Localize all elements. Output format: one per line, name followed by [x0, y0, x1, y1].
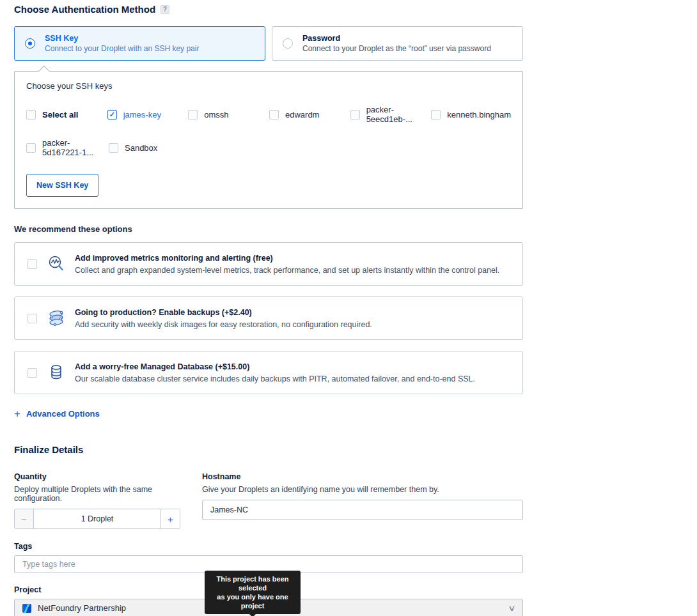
backups-icon	[45, 308, 67, 328]
auth-option-ssh-key[interactable]: SSH Key Connect to your Droplet with an …	[14, 26, 265, 61]
ssh-keys-panel: Choose your SSH keys Select all james-ke…	[14, 71, 523, 209]
ssh-keys-panel-title: Choose your SSH keys	[26, 81, 511, 91]
ssh-key-label: james-key	[123, 110, 161, 119]
option-description: Our scalable database cluster service in…	[75, 374, 475, 383]
option-title: Going to production? Enable backups (+$2…	[75, 308, 372, 317]
ssh-keys-row-1: Select all james-key omssh edwardm packe…	[26, 105, 511, 124]
quantity-value: 1 Droplet	[34, 509, 161, 528]
checkbox-icon[interactable]	[27, 314, 37, 323]
ssh-key-label: kenneth.bingham	[447, 110, 511, 119]
radio-selected-icon[interactable]	[25, 38, 35, 49]
ssh-key-checkbox-james-key[interactable]: james-key	[107, 105, 189, 124]
finalize-details-heading: Finalize Details	[14, 444, 523, 455]
project-tooltip: This project has been selected as you on…	[205, 571, 301, 614]
option-metrics-monitoring[interactable]: Add improved metrics monitoring and aler…	[14, 242, 523, 286]
project-block: This project has been selected as you on…	[14, 585, 523, 616]
chevron-down-icon: ∨	[508, 604, 515, 613]
checkbox-icon[interactable]	[269, 110, 279, 119]
increment-button[interactable]: +	[161, 509, 180, 528]
auth-option-password[interactable]: Password Connect to your Droplet as the …	[272, 26, 523, 61]
page-title: Choose Authentication Method	[14, 4, 155, 15]
hostname-label: Hostname	[202, 472, 523, 481]
auth-method-options: SSH Key Connect to your Droplet with an …	[14, 26, 523, 61]
ssh-key-checkbox-edwardm[interactable]: edwardm	[269, 105, 350, 124]
checkbox-icon[interactable]	[431, 110, 441, 119]
option-description: Add security with weekly disk images for…	[75, 320, 372, 329]
quantity-block: Quantity Deploy multiple Droplets with t…	[14, 472, 202, 529]
hostname-description: Give your Droplets an identifying name y…	[202, 485, 523, 494]
checkbox-icon[interactable]	[350, 110, 360, 119]
radio-unselected-icon[interactable]	[283, 38, 293, 49]
recommendations-heading: We recommend these options	[14, 224, 523, 234]
option-description: Collect and graph expanded system-level …	[75, 266, 499, 275]
advanced-options-toggle[interactable]: + Advanced Options	[14, 409, 523, 419]
checkbox-icon[interactable]	[27, 368, 37, 378]
tooltip-line-2: as you only have one project	[210, 592, 295, 610]
database-icon	[45, 364, 67, 381]
checkbox-icon[interactable]	[188, 110, 198, 119]
option-enable-backups[interactable]: Going to production? Enable backups (+$2…	[14, 296, 523, 340]
option-title: Add a worry-free Managed Database (+$15.…	[75, 362, 475, 371]
ssh-key-checkbox-sandbox[interactable]: Sandbox	[109, 138, 191, 157]
ssh-key-checkbox-packer-5d167221[interactable]: packer-5d167221-1...	[26, 138, 109, 157]
select-all-checkbox[interactable]: Select all	[26, 105, 107, 124]
advanced-options-label: Advanced Options	[26, 409, 100, 419]
ssh-key-checkbox-kenneth-bingham[interactable]: kenneth.bingham	[431, 105, 511, 124]
select-all-label: Select all	[42, 110, 78, 119]
checkbox-icon[interactable]	[109, 143, 118, 153]
help-icon[interactable]: ?	[161, 5, 169, 14]
hostname-block: Hostname Give your Droplets an identifyi…	[202, 472, 523, 529]
ssh-key-checkbox-packer-5eecd1eb[interactable]: packer-5eecd1eb-...	[350, 105, 432, 124]
ssh-key-label: edwardm	[285, 110, 319, 119]
auth-option-description: Connect to your Droplet with an SSH key …	[45, 44, 199, 53]
ssh-keys-row-2: packer-5d167221-1... Sandbox	[26, 138, 511, 157]
tags-block: Tags	[14, 542, 523, 573]
checkbox-icon[interactable]	[26, 143, 36, 153]
checkbox-checked-icon[interactable]	[107, 110, 117, 119]
project-selected-value: NetFoundry Partnership	[38, 603, 126, 613]
quantity-label: Quantity	[14, 472, 202, 481]
checkbox-icon[interactable]	[27, 259, 37, 269]
ssh-key-label: packer-5d167221-1...	[42, 138, 109, 157]
create-droplet-form: Choose Authentication Method ? SSH Key C…	[0, 0, 523, 616]
metrics-monitoring-icon	[45, 254, 67, 273]
auth-option-title: SSH Key	[45, 34, 199, 43]
auth-option-title: Password	[302, 34, 491, 43]
decrement-button[interactable]: −	[15, 509, 34, 528]
project-icon	[22, 604, 31, 613]
plus-icon: +	[14, 410, 20, 419]
ssh-key-label: Sandbox	[125, 143, 157, 153]
quantity-stepper: − 1 Droplet +	[14, 509, 180, 529]
option-managed-database[interactable]: Add a worry-free Managed Database (+$15.…	[14, 351, 523, 394]
auth-option-description: Connect to your Droplet as the “root” us…	[302, 44, 491, 53]
ssh-key-checkbox-omssh[interactable]: omssh	[188, 105, 269, 124]
panel-pointer-notch	[39, 66, 50, 77]
new-ssh-key-button[interactable]: New SSH Key	[26, 174, 98, 197]
tags-label: Tags	[14, 542, 523, 551]
option-title: Add improved metrics monitoring and aler…	[75, 254, 499, 263]
tooltip-line-1: This project has been selected	[210, 574, 295, 592]
ssh-key-label: omssh	[204, 110, 228, 119]
checkbox-icon[interactable]	[26, 110, 36, 119]
ssh-key-label: packer-5eecd1eb-...	[366, 105, 432, 124]
quantity-description: Deploy multiple Droplets with the same c…	[14, 485, 202, 503]
hostname-input[interactable]	[202, 500, 523, 520]
